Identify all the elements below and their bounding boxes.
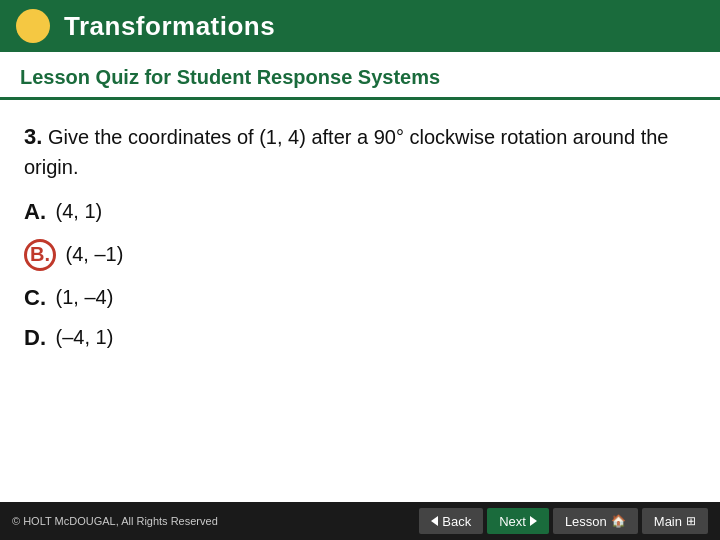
answer-d-label: D. <box>24 325 46 351</box>
next-arrow-icon <box>530 516 537 526</box>
footer-buttons: Back Next Lesson 🏠 Main ⊞ <box>419 508 708 534</box>
answer-a: A. (4, 1) <box>24 199 696 225</box>
answer-b-text: (4, –1) <box>60 243 123 266</box>
answer-c-label: C. <box>24 285 46 311</box>
answer-b-circle: B. <box>24 239 56 271</box>
page-title: Transformations <box>64 11 275 42</box>
answer-c-text: (1, –4) <box>50 286 113 309</box>
main-content: 3. Give the coordinates of (1, 4) after … <box>0 100 720 495</box>
back-button[interactable]: Back <box>419 508 483 534</box>
answer-d: D. (–4, 1) <box>24 325 696 351</box>
lesson-button[interactable]: Lesson 🏠 <box>553 508 638 534</box>
main-label: Main <box>654 514 682 529</box>
header: Transformations <box>0 0 720 52</box>
answer-b: B. (4, –1) <box>24 239 696 271</box>
answer-a-text: (4, 1) <box>50 200 102 223</box>
subtitle-bar: Lesson Quiz for Student Response Systems <box>0 52 720 100</box>
answer-d-text: (–4, 1) <box>50 326 113 349</box>
subtitle-text: Lesson Quiz for Student Response Systems <box>20 66 440 88</box>
answer-c: C. (1, –4) <box>24 285 696 311</box>
main-icon: ⊞ <box>686 514 696 528</box>
main-button[interactable]: Main ⊞ <box>642 508 708 534</box>
question-number: 3. <box>24 124 42 149</box>
back-arrow-icon <box>431 516 438 526</box>
question-text: 3. Give the coordinates of (1, 4) after … <box>24 122 696 181</box>
lesson-label: Lesson <box>565 514 607 529</box>
lesson-icon: 🏠 <box>611 514 626 528</box>
next-label: Next <box>499 514 526 529</box>
footer: © HOLT McDOUGAL, All Rights Reserved Bac… <box>0 502 720 540</box>
answer-a-label: A. <box>24 199 46 225</box>
question-body: Give the coordinates of (1, 4) after a 9… <box>24 126 668 178</box>
copyright-text: © HOLT McDOUGAL, All Rights Reserved <box>12 515 218 527</box>
logo-icon <box>16 9 50 43</box>
back-label: Back <box>442 514 471 529</box>
next-button[interactable]: Next <box>487 508 549 534</box>
